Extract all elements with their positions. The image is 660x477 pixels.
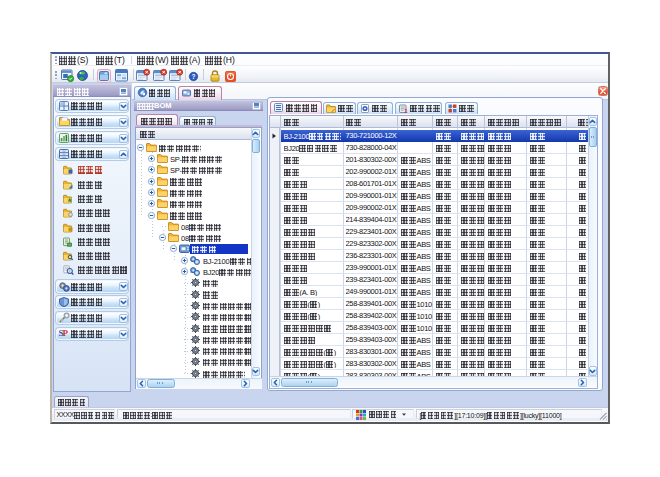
svg-text:?: ? [192, 73, 196, 80]
svg-text:1: 1 [404, 107, 408, 113]
